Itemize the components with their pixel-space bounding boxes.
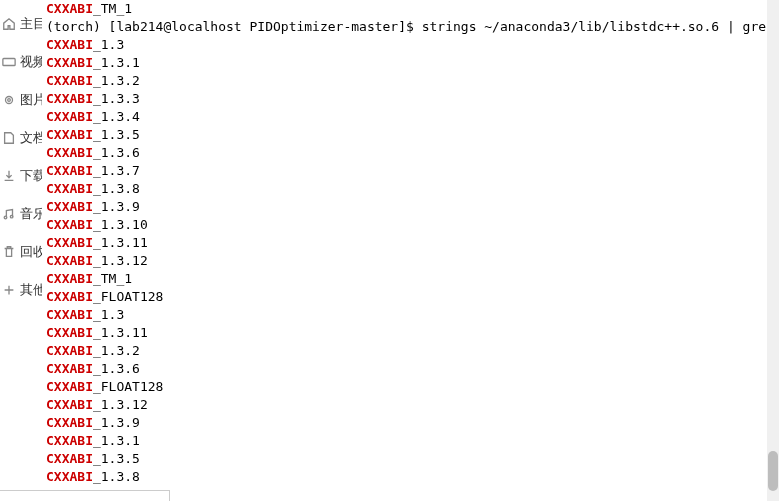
sidebar-item-label: 下载 — [20, 167, 42, 185]
terminal-line: CXXABI_1.3.8 — [46, 180, 775, 198]
highlight: CXXABI — [46, 289, 93, 304]
sidebar-item-label: 主目录 — [20, 15, 42, 33]
terminal-line: CXXABI_1.3.2 — [46, 72, 775, 90]
sidebar-item-music[interactable]: 音乐 — [0, 195, 42, 233]
highlight: CXXABI — [46, 109, 93, 124]
highlight: CXXABI — [46, 37, 93, 52]
output-suffix: _1.3.4 — [93, 109, 140, 124]
terminal-line: CXXABI_1.3.3 — [46, 90, 775, 108]
trash-icon — [2, 245, 16, 259]
terminal-line: CXXABI_1.3.4 — [46, 108, 775, 126]
sidebar-item-label: 音乐 — [20, 205, 42, 223]
terminal-prompt-line: (torch) [lab214@localhost PIDOptimizer-m… — [46, 18, 775, 36]
music-icon — [2, 207, 16, 221]
sidebar-item-label: 视频 — [20, 53, 42, 71]
output-suffix: _1.3.9 — [93, 199, 140, 214]
highlight: CXXABI — [46, 235, 93, 250]
output-suffix: _1.3 — [93, 307, 124, 322]
terminal-line: CXXABI_1.3.11 — [46, 324, 775, 342]
output-suffix: _1.3.3 — [93, 91, 140, 106]
terminal-line: CXXABI_1.3.11 — [46, 234, 775, 252]
highlight: CXXABI — [46, 397, 93, 412]
sidebar-item-trash[interactable]: 回收站 — [0, 233, 42, 271]
sidebar-item-other[interactable]: 其他位置 — [0, 271, 42, 309]
output-suffix: _1.3.5 — [93, 451, 140, 466]
output-suffix: _1.3 — [93, 37, 124, 52]
sidebar-item-label: 其他位置 — [20, 281, 42, 299]
highlight: CXXABI — [46, 253, 93, 268]
video-icon — [2, 55, 16, 69]
sidebar-item-documents[interactable]: 文档 — [0, 119, 42, 157]
scrollbar-thumb[interactable] — [768, 451, 778, 491]
terminal-output[interactable]: CXXABI_TM_1 (torch) [lab214@localhost PI… — [42, 0, 779, 501]
output-suffix: _1.3.11 — [93, 235, 148, 250]
terminal-line: CXXABI_1.3.12 — [46, 252, 775, 270]
file-manager-sidebar: 主目录 视频 图片 文档 下载 音乐 回收站 — [0, 0, 42, 501]
terminal-line: CXXABI_FLOAT128 — [46, 378, 775, 396]
terminal-line: CXXABI_1.3.6 — [46, 360, 775, 378]
terminal-scrollbar[interactable] — [767, 0, 779, 501]
sidebar-item-label: 图片 — [20, 91, 42, 109]
terminal-line: CXXABI_1.3.1 — [46, 54, 775, 72]
highlight: CXXABI — [46, 451, 93, 466]
terminal-line: CXXABI_1.3.1 — [46, 432, 775, 450]
terminal-line: CXXABI_1.3.5 — [46, 126, 775, 144]
highlight: CXXABI — [46, 91, 93, 106]
highlight: CXXABI — [46, 433, 93, 448]
output-suffix: _1.3.9 — [93, 415, 140, 430]
output-suffix: _1.3.8 — [93, 469, 140, 484]
sidebar-item-downloads[interactable]: 下载 — [0, 157, 42, 195]
output-suffix: _1.3.10 — [93, 217, 148, 232]
terminal-output-lines: CXXABI_1.3CXXABI_1.3.1CXXABI_1.3.2CXXABI… — [46, 36, 775, 486]
svg-point-4 — [10, 215, 13, 218]
output-suffix: _FLOAT128 — [93, 379, 163, 394]
highlight: CXXABI — [46, 217, 93, 232]
output-suffix: _1.3.2 — [93, 73, 140, 88]
output-suffix: _1.3.8 — [93, 181, 140, 196]
terminal-line: CXXABI_1.3.2 — [46, 342, 775, 360]
output-suffix: _TM_1 — [93, 1, 132, 16]
highlight: CXXABI — [46, 1, 93, 16]
output-suffix: _1.3.11 — [93, 325, 148, 340]
terminal-line: CXXABI_TM_1 — [46, 0, 775, 18]
terminal-line: CXXABI_1.3.9 — [46, 414, 775, 432]
terminal-line: CXXABI_1.3 — [46, 36, 775, 54]
svg-point-1 — [6, 97, 13, 104]
sidebar-footer — [0, 490, 170, 501]
sidebar-item-video[interactable]: 视频 — [0, 43, 42, 81]
highlight: CXXABI — [46, 181, 93, 196]
highlight: CXXABI — [46, 469, 93, 484]
terminal-line: CXXABI_FLOAT128 — [46, 288, 775, 306]
sidebar-item-label: 回收站 — [20, 243, 42, 261]
highlight: CXXABI — [46, 379, 93, 394]
sidebar-item-home[interactable]: 主目录 — [0, 5, 42, 43]
image-icon — [2, 93, 16, 107]
svg-point-3 — [4, 216, 7, 219]
output-suffix: _1.3.7 — [93, 163, 140, 178]
terminal-line: CXXABI_1.3.7 — [46, 162, 775, 180]
svg-point-2 — [8, 99, 11, 102]
highlight: CXXABI — [46, 415, 93, 430]
highlight: CXXABI — [46, 127, 93, 142]
output-suffix: _1.3.5 — [93, 127, 140, 142]
output-suffix: _TM_1 — [93, 271, 132, 286]
output-suffix: _1.3.12 — [93, 253, 148, 268]
home-icon — [2, 17, 16, 31]
terminal-line: CXXABI_1.3.5 — [46, 450, 775, 468]
document-icon — [2, 131, 16, 145]
output-suffix: _1.3.1 — [93, 433, 140, 448]
highlight: CXXABI — [46, 73, 93, 88]
output-suffix: _FLOAT128 — [93, 289, 163, 304]
sidebar-item-label: 文档 — [20, 129, 42, 147]
highlight: CXXABI — [46, 361, 93, 376]
output-suffix: _1.3.12 — [93, 397, 148, 412]
plus-icon — [2, 283, 16, 297]
highlight: CXXABI — [46, 55, 93, 70]
terminal-line: CXXABI_1.3.6 — [46, 144, 775, 162]
highlight: CXXABI — [46, 271, 93, 286]
download-icon — [2, 169, 16, 183]
sidebar-item-images[interactable]: 图片 — [0, 81, 42, 119]
highlight: CXXABI — [46, 325, 93, 340]
terminal-line: CXXABI_1.3.9 — [46, 198, 775, 216]
highlight: CXXABI — [46, 163, 93, 178]
